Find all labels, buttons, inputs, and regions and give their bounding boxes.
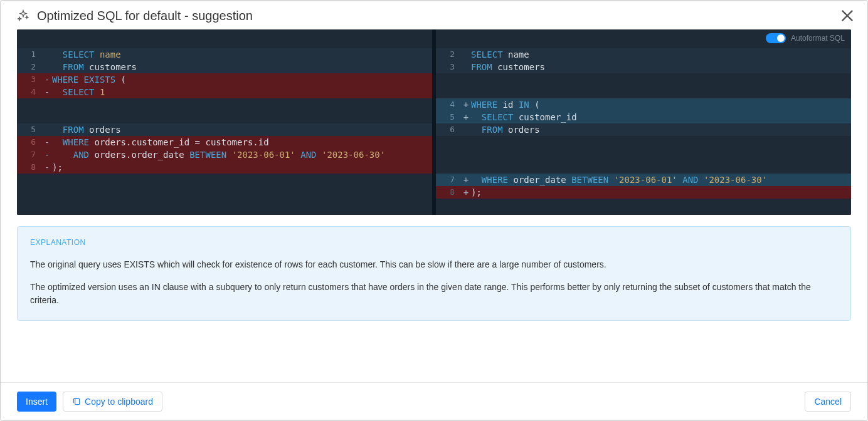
- line-number: 1: [17, 48, 42, 61]
- diff-marker: -: [42, 136, 52, 148]
- code-content: FROM customers: [52, 61, 432, 73]
- diff-row: [436, 136, 851, 148]
- code-content: );: [471, 186, 851, 199]
- code-content: SELECT name: [471, 48, 851, 61]
- diff-marker: -: [42, 161, 52, 174]
- explanation-title: EXPLANATION: [30, 238, 838, 247]
- diff-row: 4- SELECT 1: [17, 86, 432, 98]
- code-content: FROM orders: [471, 123, 851, 136]
- diff-row: 7+ WHERE order_date BETWEEN '2023-06-01'…: [436, 174, 851, 186]
- explanation-paragraph: The optimized version uses an IN clause …: [30, 281, 838, 306]
- line-number: 6: [436, 123, 461, 136]
- code-content: SELECT 1: [52, 86, 432, 98]
- explanation-body: The original query uses EXISTS which wil…: [30, 258, 838, 306]
- autoformat-label: Autoformat SQL: [791, 34, 845, 43]
- line-number: 7: [436, 174, 461, 186]
- diff-row: [436, 148, 851, 161]
- diff-row: [17, 174, 432, 186]
- sql-optimize-modal: Optimized SQL for default - suggestion A…: [0, 0, 868, 421]
- diff-left-pane: 1 SELECT name2 FROM customers3-WHERE EXI…: [17, 29, 432, 215]
- insert-button[interactable]: Insert: [17, 392, 56, 412]
- diff-marker: +: [461, 186, 471, 199]
- line-number: 2: [436, 48, 461, 61]
- diff-row: 5 FROM orders: [17, 123, 432, 136]
- diff-marker: -: [42, 73, 52, 86]
- diff-right-pane: 2SELECT name3FROM customers4+WHERE id IN…: [436, 29, 851, 215]
- code-content: SELECT name: [52, 48, 432, 61]
- diff-marker: -: [42, 148, 52, 161]
- diff-row: [17, 111, 432, 123]
- code-content: WHERE id IN (: [471, 98, 851, 111]
- line-number: 4: [436, 98, 461, 111]
- line-number: 8: [17, 161, 42, 174]
- line-number: 4: [17, 86, 42, 98]
- line-number: 8: [436, 186, 461, 199]
- diff-row: [17, 186, 432, 199]
- modal-title: Optimized SQL for default - suggestion: [37, 9, 839, 23]
- diff-row: 2 FROM customers: [17, 61, 432, 73]
- diff-row: [436, 73, 851, 86]
- code-content: );: [52, 161, 432, 174]
- diff-row: 8+);: [436, 186, 851, 199]
- code-content: SELECT customer_id: [471, 111, 851, 123]
- modal-header: Optimized SQL for default - suggestion: [1, 1, 867, 29]
- code-content: WHERE orders.customer_id = customers.id: [52, 136, 432, 148]
- diff-row: 8-);: [17, 161, 432, 174]
- diff-marker: -: [42, 86, 52, 98]
- svg-rect-2: [75, 398, 80, 404]
- diff-row: 6- WHERE orders.customer_id = customers.…: [17, 136, 432, 148]
- diff-marker: +: [461, 174, 471, 186]
- diff-row: 2SELECT name: [436, 48, 851, 61]
- code-content: WHERE EXISTS (: [52, 73, 432, 86]
- sql-diff-viewer: Autoformat SQL 1 SELECT name2 FROM custo…: [17, 29, 851, 215]
- diff-row: 6 FROM orders: [436, 123, 851, 136]
- diff-row: 3-WHERE EXISTS (: [17, 73, 432, 86]
- explanation-paragraph: The original query uses EXISTS which wil…: [30, 258, 838, 271]
- line-number: 5: [436, 111, 461, 123]
- line-number: 5: [17, 123, 42, 136]
- copy-clipboard-button[interactable]: Copy to clipboard: [63, 392, 162, 412]
- code-content: AND orders.order_date BETWEEN '2023-06-0…: [52, 148, 432, 161]
- explanation-box: EXPLANATION The original query uses EXIS…: [17, 226, 851, 321]
- diff-row: 5+ SELECT customer_id: [436, 111, 851, 123]
- line-number: 2: [17, 61, 42, 73]
- diff-marker: +: [461, 111, 471, 123]
- close-icon[interactable]: [839, 7, 856, 24]
- diff-row: [17, 98, 432, 111]
- line-number: 6: [17, 136, 42, 148]
- clipboard-icon: [72, 397, 81, 406]
- autoformat-toggle-group: Autoformat SQL: [766, 33, 845, 43]
- autoformat-toggle[interactable]: [766, 33, 786, 43]
- diff-row: 4+WHERE id IN (: [436, 98, 851, 111]
- diff-row: [436, 86, 851, 98]
- line-number: 7: [17, 148, 42, 161]
- diff-row: 7- AND orders.order_date BETWEEN '2023-0…: [17, 148, 432, 161]
- diff-row: 1 SELECT name: [17, 48, 432, 61]
- line-number: 3: [17, 73, 42, 86]
- modal-footer: Insert Copy to clipboard Cancel: [1, 382, 867, 420]
- code-content: FROM customers: [471, 61, 851, 73]
- diff-marker: +: [461, 98, 471, 111]
- sparkle-icon: [17, 9, 29, 22]
- cancel-button[interactable]: Cancel: [805, 392, 851, 412]
- diff-row: 3FROM customers: [436, 61, 851, 73]
- code-content: FROM orders: [52, 123, 432, 136]
- copy-clipboard-label: Copy to clipboard: [85, 397, 153, 407]
- diff-row: [436, 161, 851, 174]
- line-number: 3: [436, 61, 461, 73]
- code-content: WHERE order_date BETWEEN '2023-06-01' AN…: [471, 174, 851, 186]
